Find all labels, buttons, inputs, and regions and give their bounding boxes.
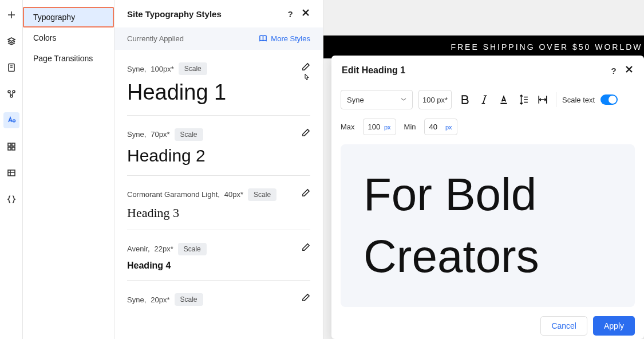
format-icon-group	[457, 94, 550, 105]
style-font-name: Syne,	[127, 130, 146, 139]
style-font-name: Syne,	[127, 295, 146, 304]
table-icon[interactable]	[3, 165, 19, 181]
text-color-icon[interactable]	[499, 94, 509, 105]
max-label: Max	[341, 123, 355, 131]
pencil-icon[interactable]	[302, 62, 310, 73]
style-item-h5[interactable]: Syne, 20px* Scale	[127, 281, 310, 320]
scale-badge: Scale	[179, 62, 207, 75]
max-value: 100	[368, 123, 381, 131]
more-styles-link[interactable]: More Styles	[259, 34, 310, 43]
edit-panel-header: Edit Heading 1 ?	[331, 56, 644, 84]
pencil-icon[interactable]	[302, 188, 310, 199]
font-family-select[interactable]: Syne	[341, 90, 413, 109]
svg-point-1	[8, 90, 10, 93]
divider	[556, 92, 556, 107]
scale-badge: Scale	[178, 243, 207, 255]
italic-icon[interactable]	[479, 94, 489, 105]
connect-icon[interactable]	[3, 86, 19, 102]
banner-text: FREE SHIPPING OVER $50 WORLDW	[451, 42, 642, 52]
style-size: 70px*	[151, 130, 169, 139]
style-font-name: Avenir,	[127, 245, 150, 253]
max-size-input[interactable]: 100 px	[363, 119, 396, 135]
cursor-pointer-icon	[302, 73, 311, 85]
style-size: 20px*	[151, 295, 169, 304]
typography-icon[interactable]	[3, 112, 19, 128]
edit-panel-footer: Cancel Apply	[331, 307, 644, 336]
line-spacing-icon[interactable]	[518, 94, 528, 105]
close-icon[interactable]	[301, 8, 310, 19]
svg-point-2	[13, 90, 15, 93]
style-item-h4[interactable]: Avenir, 22px* Scale Heading 4	[127, 230, 310, 281]
help-icon[interactable]: ?	[610, 66, 618, 74]
cancel-label: Cancel	[551, 321, 576, 330]
edit-toolbar: Syne 100 px* Scale text	[331, 84, 644, 115]
pencil-icon[interactable]	[302, 128, 310, 139]
edit-heading-panel: Edit Heading 1 ? Syne 100 px*	[331, 56, 644, 339]
style-size: 100px*	[151, 65, 173, 73]
svg-point-4	[13, 120, 15, 122]
svg-rect-10	[500, 103, 507, 104]
style-font-name: Cormorant Garamond Light,	[127, 190, 220, 199]
close-icon[interactable]	[625, 65, 634, 76]
unit-label: px	[384, 124, 391, 131]
preview-box: For Bold Creators	[341, 144, 635, 307]
menu-item-colors[interactable]: Colors	[23, 27, 114, 48]
style-preview-text: Heading 1	[127, 80, 310, 106]
book-icon	[259, 34, 267, 43]
styles-panel-header: Site Typography Styles ?	[114, 0, 323, 27]
menu-item-page-transitions[interactable]: Page Transitions	[23, 48, 114, 69]
style-size: 40px*	[224, 190, 243, 199]
typography-styles-panel: Site Typography Styles ? Currently Appli…	[114, 0, 323, 339]
svg-rect-7	[8, 147, 11, 150]
scale-badge: Scale	[175, 128, 203, 141]
style-font-name: Syne,	[127, 65, 146, 73]
menu-item-typography[interactable]: Typography	[23, 7, 114, 27]
style-item-h3[interactable]: Cormorant Garamond Light, 40px* Scale He…	[127, 176, 310, 230]
style-preview-text: Heading 4	[127, 260, 310, 271]
pencil-icon[interactable]	[302, 293, 310, 304]
bold-icon[interactable]	[460, 94, 470, 105]
svg-rect-6	[12, 143, 15, 146]
scale-badge: Scale	[175, 293, 203, 306]
style-item-h1[interactable]: Syne, 100px* Scale Heading 1	[127, 50, 310, 116]
grid-icon[interactable]	[3, 139, 19, 155]
help-icon[interactable]: ?	[286, 10, 294, 18]
svg-rect-8	[12, 147, 15, 150]
styles-subheader: Currently Applied More Styles	[114, 27, 323, 50]
apply-label: Apply	[604, 321, 624, 330]
min-label: Min	[404, 123, 416, 131]
styles-list[interactable]: Syne, 100px* Scale Heading 1 Syne, 70px*…	[114, 50, 323, 339]
scale-text-toggle[interactable]	[600, 94, 618, 105]
menu-item-label: Page Transitions	[33, 54, 93, 63]
style-preview-text: Heading 3	[127, 206, 310, 220]
style-item-h2[interactable]: Syne, 70px* Scale Heading 2	[127, 116, 310, 176]
shipping-banner: FREE SHIPPING OVER $50 WORLDW	[323, 36, 644, 58]
cancel-button[interactable]: Cancel	[540, 316, 587, 336]
design-menu: Typography Colors Page Transitions	[23, 0, 114, 339]
scale-text-label: Scale text	[562, 96, 595, 104]
style-preview-text: Heading 2	[127, 145, 310, 166]
layers-icon[interactable]	[3, 33, 19, 49]
file-icon[interactable]	[3, 60, 19, 76]
font-family-value: Syne	[347, 96, 364, 104]
braces-icon[interactable]	[3, 191, 19, 207]
min-max-row: Max 100 px Min 40 px	[331, 115, 644, 144]
unit-label: px	[445, 124, 452, 131]
pencil-icon[interactable]	[302, 243, 310, 254]
panel-title: Site Typography Styles	[127, 9, 222, 19]
min-size-input[interactable]: 40 px	[424, 119, 457, 135]
plus-icon[interactable]	[3, 7, 19, 23]
style-size: 22px*	[155, 245, 173, 253]
letter-spacing-icon[interactable]	[538, 94, 548, 105]
chevron-down-icon	[401, 98, 406, 101]
svg-rect-9	[8, 170, 15, 176]
more-styles-label: More Styles	[271, 34, 310, 43]
menu-item-label: Colors	[33, 33, 56, 42]
menu-item-label: Typography	[33, 13, 75, 22]
preview-text: For Bold Creators	[364, 164, 612, 287]
svg-point-3	[10, 95, 13, 97]
font-size-input[interactable]: 100 px*	[418, 90, 452, 109]
scale-badge: Scale	[248, 188, 276, 201]
svg-rect-5	[8, 143, 11, 146]
apply-button[interactable]: Apply	[593, 316, 635, 336]
